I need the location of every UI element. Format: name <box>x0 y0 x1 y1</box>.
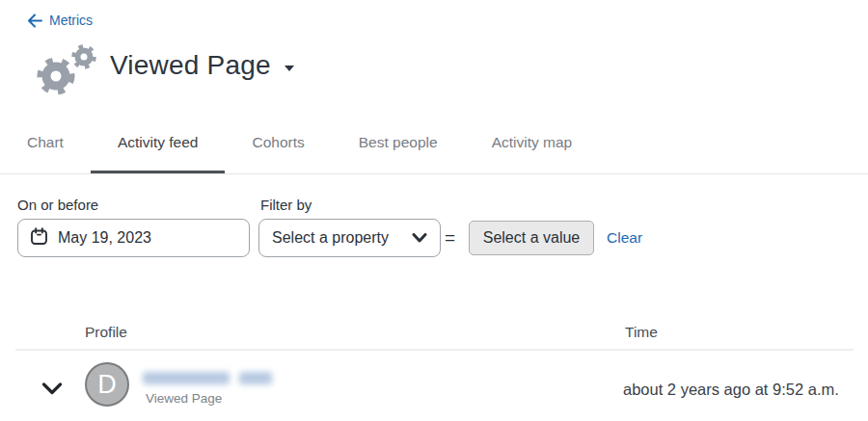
back-link-label: Metrics <box>49 13 93 28</box>
redacted-blob <box>239 372 272 384</box>
chevron-down-icon <box>412 229 427 247</box>
row-event-label: Viewed Page <box>146 391 222 406</box>
tab-chart[interactable]: Chart <box>0 111 91 173</box>
property-select-value: Select a property <box>272 229 389 247</box>
row-time-value: about 2 years ago at 9:52 a.m. <box>623 381 839 399</box>
operator-equals: = <box>445 219 455 257</box>
caret-down-icon <box>284 59 295 76</box>
tab-activity-map[interactable]: Activity map <box>465 111 600 173</box>
table-header-divider <box>15 349 854 351</box>
select-value-button[interactable]: Select a value <box>469 221 594 255</box>
page-title: Viewed Page <box>110 50 271 81</box>
clear-filter-link[interactable]: Clear <box>607 219 642 257</box>
property-filter-label: Filter by <box>260 197 312 213</box>
date-picker-value: May 19, 2023 <box>58 229 151 247</box>
tab-activity-feed[interactable]: Activity feed <box>91 111 226 173</box>
redacted-blob <box>143 372 230 384</box>
profile-avatar[interactable]: D <box>85 362 129 407</box>
metric-title-dropdown[interactable]: Viewed Page <box>110 50 295 81</box>
column-header-profile: Profile <box>85 324 127 341</box>
property-select[interactable]: Select a property <box>258 219 441 257</box>
avatar-initial: D <box>97 370 117 400</box>
activity-feed-page: Metrics Viewed Page Chart Activity feed … <box>0 0 868 421</box>
date-picker-input[interactable]: May 19, 2023 <box>17 219 250 257</box>
tab-cohorts[interactable]: Cohorts <box>225 111 331 173</box>
tab-bar: Chart Activity feed Cohorts Best people … <box>0 111 868 174</box>
back-to-metrics-link[interactable]: Metrics <box>27 13 93 28</box>
gear-icon <box>27 40 104 102</box>
date-filter-label: On or before <box>17 197 98 213</box>
column-header-time: Time <box>625 324 658 341</box>
calendar-icon <box>30 227 48 250</box>
profile-name-redacted[interactable] <box>143 372 272 384</box>
row-expand-chevron-icon[interactable] <box>41 382 63 399</box>
tab-best-people[interactable]: Best people <box>332 111 465 173</box>
back-arrow-icon <box>27 13 42 28</box>
